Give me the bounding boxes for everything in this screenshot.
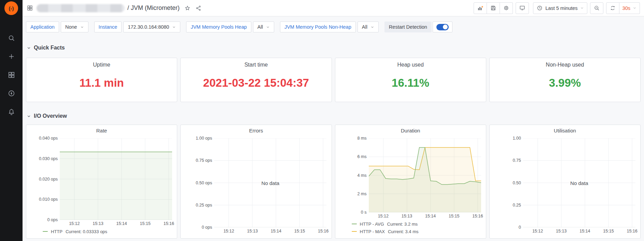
legend-series-name[interactable]: HTTP - AVG <box>360 222 384 227</box>
x-tick-label: 15:15 <box>294 229 305 233</box>
filter-application-label[interactable]: Application <box>26 22 59 32</box>
chart-body: 8 ms6 ms4 ms2 ms0 s <box>335 138 486 212</box>
stat-panel-title[interactable]: Heap used <box>335 58 486 68</box>
explore-compass-icon[interactable] <box>8 89 15 97</box>
time-range-label: Last 5 minutes <box>545 5 577 11</box>
y-axis: 8 ms6 ms4 ms2 ms0 s <box>335 138 369 212</box>
stat-panel-title[interactable]: Non-Heap used <box>490 58 640 68</box>
add-panel-button[interactable] <box>474 2 487 14</box>
settings-gear-icon <box>503 5 509 11</box>
save-dashboard-button[interactable] <box>487 2 500 14</box>
legend-color-dash <box>352 231 357 232</box>
x-tick-label: 15:15 <box>603 229 614 233</box>
x-tick-label: 15:16 <box>472 214 483 218</box>
grafana-logo[interactable]: (-) <box>4 1 18 15</box>
filter-nonheap-pools-value[interactable]: All <box>358 22 379 32</box>
x-axis: 15:1215:1315:1415:1515:16 <box>369 212 481 219</box>
y-tick-label: 0.50 ops <box>196 181 212 185</box>
x-tick-label: 15:16 <box>164 221 174 226</box>
y-axis: 1.00 ops0.75 ops0.50 ops0.25 ops0 ops <box>181 138 214 227</box>
chart-canvas[interactable] <box>369 138 481 212</box>
section-io-overview[interactable]: I/O Overview <box>27 111 644 121</box>
dashboards-icon[interactable] <box>8 71 15 79</box>
plot-area[interactable] <box>60 138 172 220</box>
panel-uptime: Uptime 11.1 min <box>26 58 177 102</box>
legend-current-value: Current: 3.2 ms <box>387 222 418 227</box>
stat-panel-title[interactable]: Uptime <box>26 58 177 68</box>
legend-series-name[interactable]: HTTP <box>51 229 62 234</box>
toggle-switch[interactable] <box>436 24 449 30</box>
filter-instance-value[interactable]: 172.30.0.164:8080 <box>123 22 180 32</box>
x-tick-label: 15:13 <box>556 229 566 233</box>
legend-current-value: Current: 3.4 ms <box>388 229 419 234</box>
y-tick-label: 2 ms <box>357 192 366 196</box>
tv-mode-button[interactable] <box>516 2 529 14</box>
filter-instance-selected: 172.30.0.164:8080 <box>128 24 169 30</box>
dashboard-settings-button[interactable] <box>500 2 513 14</box>
star-icon[interactable] <box>184 5 191 11</box>
panel-utilisation: Utilisation 1.000.750.500.250 No data 15… <box>489 125 641 239</box>
plus-icon[interactable] <box>8 53 15 60</box>
stat-panel-title[interactable]: Start time <box>181 58 331 68</box>
section-title: Quick Facts <box>34 45 65 51</box>
y-tick-label: 0.010 ops <box>39 197 58 202</box>
filter-application-value[interactable]: None <box>61 22 88 32</box>
x-tick-label: 15:14 <box>579 229 590 233</box>
y-tick-label: 0 ops <box>47 217 58 222</box>
section-quick-facts[interactable]: Quick Facts <box>27 43 644 53</box>
y-tick-label: 1.00 <box>513 136 521 141</box>
restart-detection-toggle[interactable] <box>433 22 452 32</box>
x-axis: 15:1215:1315:1415:1515:16 <box>60 220 172 227</box>
panel-errors: Errors 1.00 ops0.75 ops0.50 ops0.25 ops0… <box>180 125 332 239</box>
panel-rate: Rate 0.040 ops0.030 ops0.020 ops0.010 op… <box>26 125 177 239</box>
legend-item: HTTP - MAXCurrent: 3.4 ms <box>352 228 486 235</box>
x-tick-label: 15:12 <box>69 221 80 226</box>
refresh-icon <box>610 5 616 11</box>
x-axis: 15:1215:1315:1415:1515:16 <box>214 227 326 235</box>
toggle-knob <box>443 25 448 29</box>
x-tick-label: 15:13 <box>93 221 103 226</box>
chart-panel-title[interactable]: Errors <box>181 128 331 133</box>
x-tick-label: 15:12 <box>223 229 234 233</box>
refresh-interval-picker[interactable]: 30s <box>619 2 640 14</box>
stat-value: 11.1 min <box>26 68 177 102</box>
search-icon[interactable] <box>8 34 15 42</box>
quick-facts-row: Uptime 11.1 min Start time 2021-03-22 15… <box>26 58 641 102</box>
filter-nonheap-pools-label[interactable]: JVM Memory Pools Non-Heap <box>280 22 356 32</box>
plot-area[interactable]: No data <box>214 138 326 227</box>
chart-body: 1.000.750.500.250 No data <box>490 138 640 227</box>
y-axis: 1.000.750.500.250 <box>490 138 523 227</box>
plot-area[interactable]: No data <box>523 138 635 227</box>
x-tick-label: 15:12 <box>532 229 543 233</box>
legend-color-dash <box>43 231 48 232</box>
filter-instance-label[interactable]: Instance <box>94 22 122 32</box>
chart-panel-title[interactable]: Duration <box>335 128 486 133</box>
dashboard-grid-icon <box>27 5 33 11</box>
x-tick-label: 15:15 <box>449 214 459 218</box>
y-axis: 0.040 ops0.030 ops0.020 ops0.010 ops0 op… <box>26 138 60 220</box>
share-icon[interactable] <box>195 5 201 11</box>
alerting-bell-icon[interactable] <box>8 108 15 116</box>
chevron-down-icon <box>27 46 31 50</box>
chevron-down-icon <box>80 25 84 29</box>
refresh-interval-label: 30s <box>622 5 630 11</box>
filter-heap-pools-label[interactable]: JVM Memory Pools Heap <box>186 22 251 32</box>
filter-heap-pools-value[interactable]: All <box>253 22 274 32</box>
y-tick-label: 0.25 ops <box>196 203 212 208</box>
filter-heap-pools-selected: All <box>257 24 263 30</box>
chevron-down-icon <box>266 25 270 29</box>
redacted-breadcrumb <box>37 4 125 12</box>
legend-series-name[interactable]: HTTP - MAX <box>360 229 385 234</box>
stat-value: 3.99% <box>490 68 640 102</box>
y-tick-label: 0.25 <box>513 203 521 208</box>
chart-panel-title[interactable]: Utilisation <box>490 128 640 133</box>
zoom-out-button[interactable] <box>590 2 603 14</box>
x-tick-label: 15:14 <box>271 229 281 233</box>
save-icon <box>490 5 496 11</box>
y-tick-label: 0.75 ops <box>196 158 212 163</box>
chart-canvas[interactable] <box>60 138 172 220</box>
plot-area[interactable] <box>369 138 481 212</box>
chart-panel-title[interactable]: Rate <box>26 128 177 133</box>
time-range-picker[interactable]: Last 5 minutes <box>533 2 587 14</box>
refresh-button[interactable] <box>606 2 619 14</box>
